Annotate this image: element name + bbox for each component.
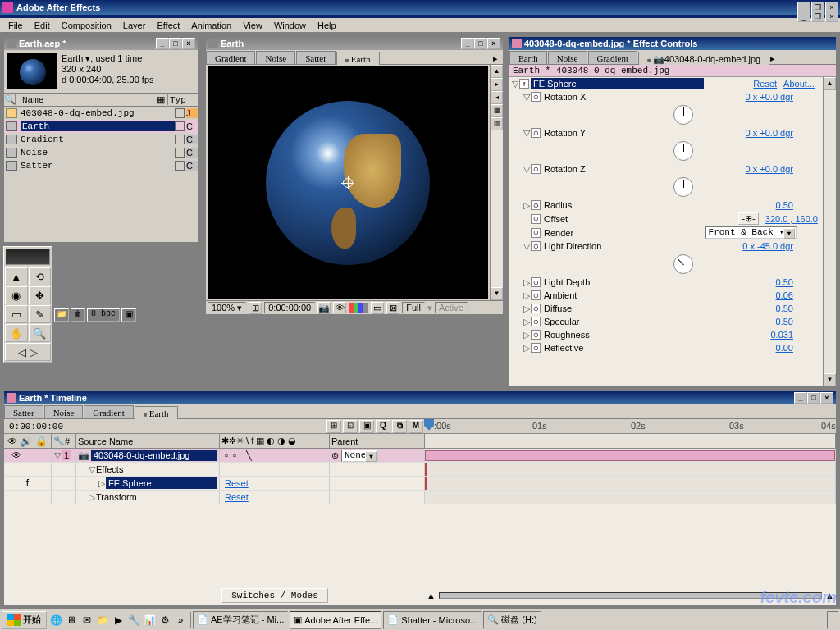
playhead[interactable] [424, 419, 434, 431]
rotation-dial[interactable] [673, 105, 693, 125]
ql-app-icon[interactable]: 📊 [142, 612, 157, 628]
current-time[interactable]: 0:00:00:00 [4, 420, 68, 433]
snapshot-button[interactable]: 📷 [317, 302, 331, 314]
menu-window[interactable]: Window [269, 20, 311, 31]
ql-ie-icon[interactable]: 🌐 [48, 612, 63, 628]
timeline-max-button[interactable]: □ [807, 392, 820, 404]
zoom-dropdown[interactable]: 100% ▾ [208, 302, 246, 314]
region-button[interactable]: ▭ [371, 302, 384, 314]
switches-modes-button[interactable]: Switches / Modes [221, 588, 328, 603]
list-item[interactable]: Satter C [4, 159, 198, 172]
comp-viewport[interactable] [208, 66, 488, 299]
crosshair-button[interactable]: -⊕- [738, 212, 758, 225]
tab-gradient[interactable]: Gradient [588, 51, 637, 64]
nav-button[interactable]: ▸ [491, 78, 503, 91]
twirl-icon[interactable]: ▽ [523, 92, 531, 103]
scroll-up-button[interactable]: ▲ [491, 65, 503, 78]
twirl-icon[interactable]: ▽ [523, 128, 531, 139]
tab-earth[interactable]: Earth [135, 406, 178, 419]
fx-toggle[interactable]: f [519, 79, 529, 89]
layer-bar[interactable] [425, 450, 835, 461]
stopwatch-icon[interactable]: ⊙ [531, 164, 541, 174]
scroll-down-button[interactable]: ▼ [491, 287, 503, 300]
tab-satter[interactable]: Satter [296, 51, 336, 64]
nav-button[interactable]: ▥ [491, 117, 503, 130]
twirl-icon[interactable]: ▷ [98, 478, 106, 489]
tl-tool-button[interactable]: ⧉ [392, 420, 407, 433]
comp-time[interactable]: 0:00:00:00 [264, 302, 315, 313]
menu-file[interactable]: File [3, 20, 28, 31]
ql-app-icon[interactable]: ⚙ [158, 612, 172, 628]
stopwatch-icon[interactable]: ⊙ [531, 304, 541, 313]
twirl-icon[interactable]: ▷ [523, 200, 531, 211]
visibility-toggle[interactable]: 👁 [11, 450, 21, 461]
ql-app-icon[interactable]: 📁 [95, 612, 110, 628]
col-name[interactable]: Name [16, 95, 153, 105]
rotate-tool[interactable]: ⟲ [29, 267, 52, 285]
list-item[interactable]: Gradient C [4, 133, 198, 146]
mdi-restore-button[interactable]: ❐ [811, 11, 824, 22]
param-value[interactable]: 0.50 [773, 200, 797, 210]
channel-buttons[interactable] [349, 303, 368, 313]
param-value[interactable]: 0.50 [773, 317, 797, 326]
tl-tool-button[interactable]: Q [376, 420, 390, 433]
twirl-icon[interactable]: ▽ [511, 79, 519, 89]
tab-gradient[interactable]: Gradient [206, 51, 255, 64]
tab-noise[interactable]: Noise [44, 405, 84, 418]
twirl-icon[interactable]: ▷ [523, 290, 531, 301]
tab-image[interactable]: 📷403048-0-dq-embed.jpg [638, 52, 769, 65]
menu-composition[interactable]: Composition [57, 20, 116, 31]
menu-edit[interactable]: Edit [30, 20, 55, 31]
about-link[interactable]: About... [783, 79, 821, 89]
twirl-icon[interactable]: ▷ [523, 317, 531, 327]
layer-switches[interactable]: ▫▫╲ [220, 449, 330, 462]
task-item[interactable]: 📄AE学习笔记 - Mi... [193, 611, 288, 629]
project-close-button[interactable]: × [182, 38, 195, 49]
pickwhip-icon[interactable]: ⊚ [331, 450, 339, 461]
timeline-close-button[interactable]: × [820, 392, 833, 404]
tabs-menu-button[interactable]: ▸ [770, 53, 780, 64]
item-swatch[interactable] [175, 108, 185, 118]
twirl-icon[interactable]: ▷ [523, 277, 531, 288]
resolution-dropdown[interactable]: Full [402, 302, 425, 313]
parent-header[interactable]: Parent [330, 434, 425, 448]
twirl-icon[interactable]: ▷ [523, 330, 531, 340]
list-item[interactable]: 403048-0-dq-embed.jpg J [4, 107, 198, 120]
layer-sub-row[interactable]: f ▷FE Sphere Reset [4, 477, 836, 491]
comp-max-button[interactable]: □ [474, 38, 487, 49]
stopwatch-icon[interactable]: ⊙ [531, 228, 541, 238]
task-item[interactable]: 📄Shatter - Microso... [383, 611, 482, 629]
orbit-tool[interactable]: ◉ [5, 286, 28, 304]
tabs-menu-button[interactable]: ▸ [493, 53, 503, 64]
twirl-icon[interactable]: ▽ [523, 164, 531, 175]
effects-titlebar[interactable]: 403048-0-dq-embed.jpg * Effect Controls [509, 37, 836, 50]
param-value[interactable]: 0.031 [767, 330, 797, 340]
param-value[interactable]: 0 x +0.0 dgr [742, 128, 797, 138]
item-swatch[interactable] [175, 161, 185, 171]
stopwatch-icon[interactable]: ⊙ [531, 290, 541, 300]
stopwatch-icon[interactable]: ⊙ [531, 92, 541, 102]
tab-noise[interactable]: Noise [256, 51, 295, 64]
col-label-icon[interactable]: ▦ [153, 94, 168, 105]
layer-name[interactable]: 403048-0-dq-embed.jpg [91, 450, 217, 461]
time-ruler[interactable]: :00s 01s 02s 03s 04s [427, 419, 836, 434]
menu-layer[interactable]: Layer [118, 20, 151, 31]
item-swatch[interactable] [175, 121, 185, 131]
fx-toggle[interactable]: f [26, 477, 29, 489]
effect-title-row[interactable]: ▽ f FE Sphere Reset About... [509, 77, 823, 90]
menu-help[interactable]: Help [313, 20, 341, 31]
start-button[interactable]: 开始 [2, 611, 47, 629]
mdi-minimize-button[interactable]: _ [797, 11, 810, 22]
source-name-header[interactable]: Source Name [76, 434, 220, 448]
nav-button[interactable]: ▦ [491, 104, 503, 117]
rotation-dial[interactable] [673, 141, 693, 161]
twirl-icon[interactable]: ▷ [523, 304, 531, 314]
comp-min-button[interactable]: _ [461, 38, 474, 49]
layer-row[interactable]: 👁 ▽1 📷403048-0-dq-embed.jpg ▫▫╲ ⊚None [4, 449, 836, 463]
col-type[interactable]: Typ [168, 95, 198, 105]
ql-more-icon[interactable]: » [173, 612, 188, 628]
timeline-min-button[interactable]: _ [794, 392, 807, 404]
tl-tool-button[interactable]: ⊞ [326, 420, 341, 433]
param-value[interactable]: 320.0 , 160.0 [762, 214, 821, 224]
stopwatch-icon[interactable]: ⊙ [531, 214, 541, 224]
